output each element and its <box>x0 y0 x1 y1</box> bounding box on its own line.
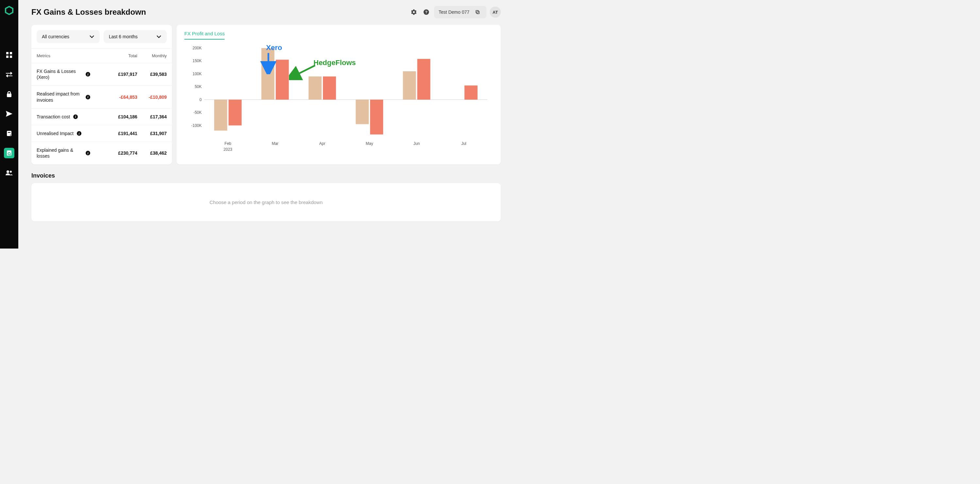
metric-monthly: -£10,809 <box>137 94 167 100</box>
metric-label: FX Gains & Losses (Xero)i <box>37 68 108 80</box>
svg-text:Feb: Feb <box>224 141 231 146</box>
chart-bar[interactable] <box>370 100 383 134</box>
svg-rect-3 <box>6 56 8 58</box>
svg-rect-7 <box>8 132 10 133</box>
sidebar <box>0 0 18 248</box>
metrics-header: Metrics Total Monthly <box>31 49 172 63</box>
invoices-placeholder: Choose a period on the graph to see the … <box>210 199 323 205</box>
metric-total: £197,917 <box>108 72 137 77</box>
page-title: FX Gains & Losses breakdown <box>31 8 146 17</box>
topbar-right: ? Test Demo 077 AT <box>409 6 501 18</box>
copy-icon[interactable] <box>473 8 482 16</box>
svg-text:Mar: Mar <box>272 141 278 146</box>
nav-users-icon[interactable] <box>4 167 14 178</box>
info-icon[interactable]: i <box>86 72 90 76</box>
metric-label: Realised impact from invoicesi <box>37 91 108 103</box>
metrics-col-label: Metrics <box>37 53 108 58</box>
avatar[interactable]: AT <box>490 6 501 18</box>
invoices-panel: Choose a period on the graph to see the … <box>31 183 501 221</box>
svg-marker-0 <box>6 6 13 14</box>
svg-point-11 <box>6 170 9 173</box>
help-icon[interactable]: ? <box>422 8 431 17</box>
logo-icon <box>5 6 14 15</box>
chart-bar[interactable] <box>276 59 289 99</box>
nav-transfers-icon[interactable] <box>4 69 14 80</box>
org-selector[interactable]: Test Demo 077 <box>434 6 487 18</box>
svg-text:?: ? <box>425 10 427 14</box>
main-content: FX Gains & Losses breakdown ? Test Demo … <box>18 0 510 248</box>
svg-text:Jun: Jun <box>414 141 420 146</box>
period-dropdown[interactable]: Last 6 months <box>103 30 167 43</box>
metric-label-text: Unrealised Impact <box>37 131 73 136</box>
metric-row: Transaction costi£104,186£17,364 <box>31 108 172 125</box>
svg-text:-50K: -50K <box>194 110 202 115</box>
currency-dropdown-label: All currencies <box>42 34 69 39</box>
filters-row: All currencies Last 6 months <box>31 25 172 49</box>
chart-bar[interactable] <box>403 71 416 100</box>
nav-send-icon[interactable] <box>4 108 14 119</box>
svg-text:200K: 200K <box>192 46 202 50</box>
currency-dropdown[interactable]: All currencies <box>37 30 100 43</box>
nav-dashboard-icon[interactable] <box>4 50 14 60</box>
svg-text:100K: 100K <box>192 72 202 76</box>
metric-row: Explained gains & lossesi£230,774£38,462 <box>31 142 172 164</box>
svg-rect-15 <box>477 11 479 14</box>
info-icon[interactable]: i <box>77 131 81 136</box>
svg-text:Jul: Jul <box>461 141 466 146</box>
metric-monthly: £31,907 <box>137 131 167 136</box>
chart-bar[interactable] <box>417 59 431 100</box>
metric-label-text: Realised impact from invoices <box>37 91 83 103</box>
chart-bar[interactable] <box>214 100 227 131</box>
svg-rect-2 <box>10 52 12 54</box>
invoices-title: Invoices <box>31 172 501 179</box>
nav-report-icon[interactable] <box>4 148 14 158</box>
chart-bar[interactable] <box>229 100 242 126</box>
svg-text:50K: 50K <box>195 84 202 89</box>
metric-row: Realised impact from invoicesi-£64,853-£… <box>31 86 172 108</box>
metric-label: Unrealised Impacti <box>37 131 108 136</box>
chart-bar[interactable] <box>465 85 477 99</box>
metric-monthly: £38,462 <box>137 150 167 156</box>
svg-text:-100K: -100K <box>191 123 202 128</box>
nav-lock-icon[interactable] <box>4 89 14 99</box>
metric-label-text: FX Gains & Losses (Xero) <box>37 68 83 80</box>
chart-area[interactable]: -100K-50K050K100K150K200KFeb2023MarAprMa… <box>185 41 493 153</box>
metric-total: £230,774 <box>108 150 137 156</box>
metric-monthly: £17,364 <box>137 114 167 119</box>
svg-text:May: May <box>366 141 373 146</box>
chevron-down-icon <box>89 34 94 39</box>
svg-rect-1 <box>6 52 8 54</box>
metric-total: £191,441 <box>108 131 137 136</box>
chart-panel: FX Profit and Loss -100K-50K050K100K150K… <box>177 25 501 164</box>
nav-document-icon[interactable] <box>4 128 14 139</box>
chevron-down-icon <box>156 34 161 39</box>
svg-rect-16 <box>476 11 479 13</box>
settings-icon[interactable] <box>409 8 418 17</box>
metric-total: -£64,853 <box>108 94 137 100</box>
svg-point-12 <box>10 171 12 173</box>
info-icon[interactable]: i <box>73 115 78 119</box>
metric-label: Explained gains & lossesi <box>37 147 108 159</box>
period-dropdown-label: Last 6 months <box>109 34 138 39</box>
topbar: FX Gains & Losses breakdown ? Test Demo … <box>31 6 501 18</box>
info-icon[interactable]: i <box>86 151 90 155</box>
svg-text:150K: 150K <box>192 59 202 63</box>
chart-bar[interactable] <box>356 100 369 124</box>
metrics-col-monthly: Monthly <box>137 53 167 58</box>
metric-row: FX Gains & Losses (Xero)i£197,917£39,583 <box>31 63 172 86</box>
chart-bar[interactable] <box>323 76 336 100</box>
info-icon[interactable]: i <box>86 95 90 99</box>
svg-text:Apr: Apr <box>319 141 325 146</box>
metrics-col-total: Total <box>108 53 137 58</box>
metric-label-text: Transaction cost <box>37 114 70 120</box>
metrics-panel: All currencies Last 6 months Metrics Tot… <box>31 25 172 164</box>
svg-rect-5 <box>7 94 11 97</box>
svg-text:2023: 2023 <box>224 147 232 152</box>
metric-monthly: £39,583 <box>137 72 167 77</box>
metric-row: Unrealised Impacti£191,441£31,907 <box>31 125 172 142</box>
chart-bar[interactable] <box>261 48 275 100</box>
chart-tab[interactable]: FX Profit and Loss <box>185 31 224 40</box>
svg-rect-4 <box>10 56 12 58</box>
bar-chart[interactable]: -100K-50K050K100K150K200KFeb2023MarAprMa… <box>185 41 493 153</box>
chart-bar[interactable] <box>309 76 321 100</box>
